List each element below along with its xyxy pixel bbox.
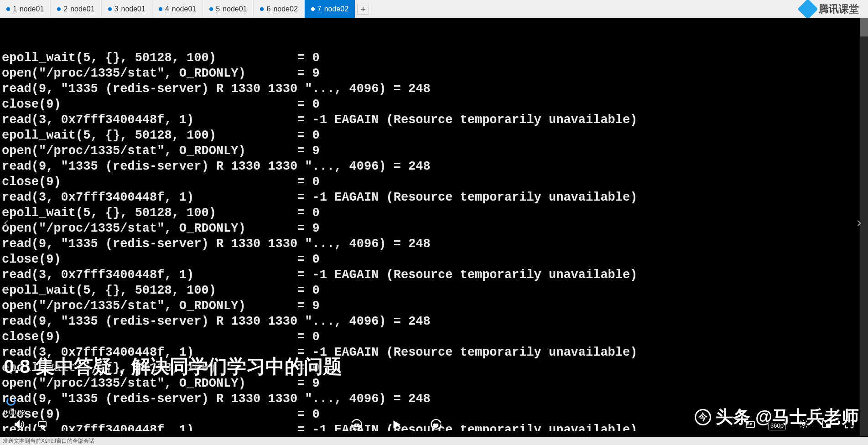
- rewind-button[interactable]: 10: [350, 418, 363, 433]
- tab-5-node01[interactable]: 5 node01: [203, 0, 254, 18]
- tab-number: 4: [165, 5, 169, 13]
- terminal-line: read(9, "1335 (redis-server) R 1330 1330…: [2, 81, 866, 97]
- svg-marker-0: [15, 421, 19, 428]
- tab-4-node01[interactable]: 4 node01: [152, 0, 203, 18]
- svg-marker-3: [394, 420, 400, 428]
- terminal-line: read(3, 0x7fff3400448f, 1) = -1 EAGAIN (…: [2, 267, 866, 283]
- loading-spinner-icon: [6, 397, 16, 406]
- status-text: 发送文本到当前Xshell窗口的全部会话: [3, 438, 94, 444]
- connection-status-icon: [6, 7, 10, 11]
- tab-label: node01: [70, 5, 94, 13]
- pip-icon[interactable]: [821, 419, 832, 432]
- tab-number: 3: [114, 5, 119, 13]
- tab-label: node01: [121, 5, 146, 13]
- terminal-line: read(3, 0x7fff3400448f, 1) = -1 EAGAIN (…: [2, 112, 866, 128]
- terminal-line: open("/proc/1335/stat", O_RDONLY) = 9: [2, 298, 866, 314]
- terminal-line: epoll_wait(5, {}, 50128, 100) = 0: [2, 283, 866, 298]
- forward-button[interactable]: 30: [430, 418, 442, 433]
- settings-icon[interactable]: [799, 419, 809, 432]
- terminal-line: open("/proc/1335/stat", O_RDONLY) = 9: [2, 143, 866, 159]
- tab-number: 1: [13, 5, 17, 13]
- tab-number: 2: [63, 5, 68, 13]
- terminal-line: read(3, 0x7fff3400448f, 1) = -1 EAGAIN (…: [2, 190, 866, 205]
- quality-label[interactable]: 360p: [768, 421, 786, 430]
- terminal-line: close(9) = 0: [2, 174, 866, 190]
- status-bar: 发送文本到当前Xshell窗口的全部会话: [0, 437, 868, 445]
- connection-status-icon: [159, 7, 162, 11]
- terminal-line: close(9) = 0: [2, 97, 866, 112]
- terminal-line: read(9, "1335 (redis-server) R 1330 1330…: [2, 159, 866, 174]
- tab-7-node02[interactable]: 7 node02: [305, 0, 355, 18]
- svg-text:10: 10: [354, 423, 359, 427]
- terminal-line: open("/proc/1335/stat", O_RDONLY) = 9: [2, 221, 866, 236]
- terminal-line: read(9, "1335 (redis-server) R 1330 1330…: [2, 314, 866, 329]
- play-button[interactable]: [390, 419, 402, 433]
- prev-video-button[interactable]: ‹: [2, 214, 10, 231]
- connection-status-icon: [209, 7, 213, 11]
- tab-number: 5: [216, 5, 220, 13]
- svg-point-6: [802, 423, 805, 425]
- tab-label: node02: [324, 5, 348, 13]
- tab-number: 6: [266, 5, 270, 13]
- brand-logo: 腾讯课堂: [791, 0, 868, 18]
- comment-icon[interactable]: [37, 419, 47, 432]
- video-player-controls: 10 30 360p: [0, 414, 868, 437]
- tab-number: 7: [317, 5, 322, 13]
- fullscreen-icon[interactable]: [844, 419, 854, 432]
- terminal-line: epoll_wait(5, {}, 50128, 100) = 0: [2, 50, 866, 66]
- tab-2-node01[interactable]: 2 node01: [51, 0, 101, 18]
- tab-6-node02[interactable]: 6 node02: [254, 0, 304, 18]
- tab-label: node01: [20, 5, 44, 13]
- tab-label: node01: [223, 5, 247, 13]
- terminal-line: close(9) = 0: [2, 329, 866, 345]
- tab-label: node02: [273, 5, 297, 13]
- terminal-line: read(9, "1335 (redis-server) R 1330 1330…: [2, 391, 866, 407]
- subtitle-caption: 0.8 集中答疑，解决同学们学习中的问题: [4, 354, 342, 379]
- volume-icon[interactable]: [14, 419, 25, 432]
- terminal-line: close(9) = 0: [2, 252, 866, 267]
- connection-status-icon: [260, 7, 264, 11]
- terminal-line: open("/proc/1335/stat", O_RDONLY) = 9: [2, 66, 866, 81]
- tab-1-node01[interactable]: 1 node01: [0, 0, 51, 18]
- next-video-button[interactable]: ›: [855, 214, 863, 231]
- connection-status-icon: [108, 7, 112, 11]
- tab-label: node01: [172, 5, 196, 13]
- add-tab-button[interactable]: +: [357, 4, 369, 15]
- connection-status-icon: [311, 7, 315, 11]
- scrollbar-thumb[interactable]: [860, 18, 868, 36]
- terminal-line: read(9, "1335 (redis-server) R 1330 1330…: [2, 236, 866, 252]
- captions-icon[interactable]: [745, 419, 755, 432]
- svg-text:30: 30: [433, 423, 438, 427]
- svg-rect-8: [826, 424, 830, 427]
- svg-rect-1: [39, 421, 47, 426]
- terminal-line: epoll_wait(5, {}, 50128, 100) = 0: [2, 205, 866, 221]
- tab-3-node01[interactable]: 3 node01: [102, 0, 152, 18]
- terminal-line: epoll_wait(5, {}, 50128, 100) = 0: [2, 128, 866, 143]
- tab-bar: 1 node012 node013 node014 node015 node01…: [0, 0, 868, 18]
- brand-text: 腾讯课堂: [819, 2, 859, 16]
- brand-icon: [797, 0, 818, 20]
- connection-status-icon: [57, 7, 61, 11]
